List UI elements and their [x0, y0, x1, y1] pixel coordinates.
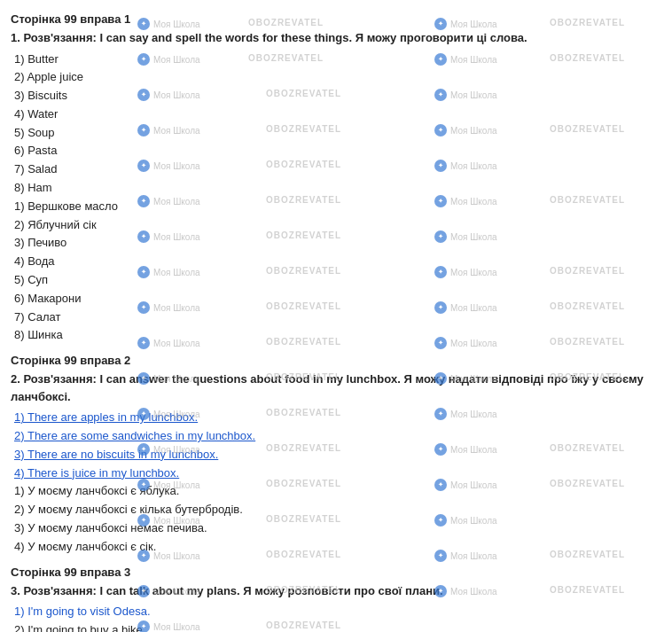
list-item: 4) There is juice in my lunchbox. — [14, 464, 661, 483]
section-2-en-items: 1) There are apples in my lunchbox. 2) T… — [11, 409, 661, 482]
list-item: 6) Pasta — [14, 142, 661, 160]
list-item: 2) I'm going to buy a bike. — [14, 621, 661, 632]
list-item: 2) У моєму ланчбоксі є кілька бутерброді… — [14, 501, 661, 519]
list-item: 4) Water — [14, 105, 661, 124]
list-item: 4) У моєму ланчбоксі є сік. — [14, 538, 661, 557]
section-1-title: Сторінка 99 вправа 1 — [11, 12, 661, 26]
section-3-title: Сторінка 99 вправа 3 — [11, 566, 661, 579]
list-item: 1) У моєму ланчбоксі є яблука. — [14, 482, 661, 501]
section-1-ua-items: 1) Вершкове масло 2) Яблучний сік 3) Печ… — [11, 198, 661, 345]
list-item: 8) Ham — [14, 179, 661, 198]
list-item: 5) Soup — [14, 124, 661, 143]
list-item: 5) Суп — [14, 271, 661, 290]
list-item: 3) Biscuits — [14, 87, 661, 105]
list-item: 4) Вода — [14, 253, 661, 271]
section-1-en-items: 1) Butter 2) Apple juice 3) Biscuits 4) … — [11, 51, 661, 198]
section-2-intro: 2. Розв'язання: I can answer the questio… — [11, 371, 661, 405]
list-item: 1) There are apples in my lunchbox. — [14, 409, 661, 427]
section-2-title: Сторінка 99 вправа 2 — [11, 354, 661, 367]
section-1: Сторінка 99 вправа 1 1. Розв'язання: I c… — [11, 12, 661, 345]
section-2: Сторінка 99 вправа 2 2. Розв'язання: I c… — [11, 354, 661, 556]
list-item: 2) Яблучний сік — [14, 216, 661, 235]
page-content: Сторінка 99 вправа 1 1. Розв'язання: I c… — [0, 0, 672, 632]
list-item: 1) Butter — [14, 51, 661, 69]
list-item: 2) Apple juice — [14, 68, 661, 87]
section-3-intro-text: 3. Розв'язання: I can talk about my plan… — [11, 584, 443, 597]
list-item: 3) There are no biscuits in my lunchbox. — [14, 446, 661, 464]
section-2-ua-items: 1) У моєму ланчбоксі є яблука. 2) У моєм… — [11, 482, 661, 556]
section-3-intro: 3. Розв'язання: I can talk about my plan… — [11, 582, 661, 600]
section-3: Сторінка 99 вправа 3 3. Розв'язання: I c… — [11, 566, 661, 632]
section-2-intro-text: 2. Розв'язання: I can answer the questio… — [11, 372, 644, 403]
section-3-en-items: 1) I'm going to visit Odesa. 2) I'm goin… — [11, 603, 661, 632]
list-item: 1) I'm going to visit Odesa. — [14, 603, 661, 621]
list-item: 8) Шинка — [14, 326, 661, 345]
section-1-intro: 1. Розв'язання: I can say and spell the … — [11, 29, 661, 47]
list-item: 7) Салат — [14, 308, 661, 327]
list-item: 1) Вершкове масло — [14, 198, 661, 216]
list-item: 6) Макарони — [14, 290, 661, 308]
list-item: 3) Печиво — [14, 234, 661, 253]
list-item: 7) Salad — [14, 160, 661, 179]
section-1-intro-text: 1. Розв'язання: I can say and spell the … — [11, 31, 527, 44]
list-item: 3) У моєму ланчбоксі немає печива. — [14, 519, 661, 538]
list-item: 2) There are some sandwiches in my lunch… — [14, 427, 661, 446]
